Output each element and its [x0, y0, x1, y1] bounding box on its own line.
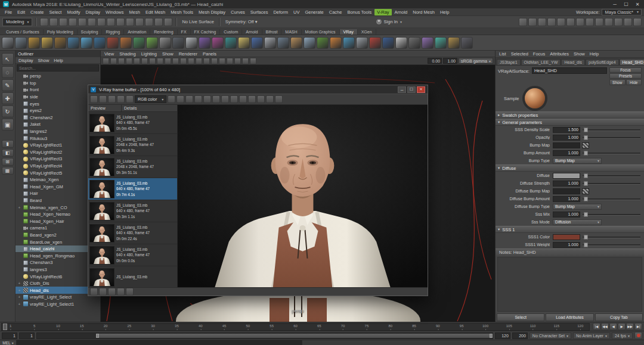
- render-settings-icon[interactable]: [538, 18, 546, 26]
- attr-value-field[interactable]: 1.000: [553, 242, 580, 248]
- alpha-channel-icon[interactable]: [194, 95, 202, 103]
- expander-icon[interactable]: +: [17, 288, 21, 293]
- shelf-item-17-icon[interactable]: [212, 37, 224, 49]
- panel-menu-shading[interactable]: Shading: [119, 51, 136, 57]
- shelf-tab-motion-graphics[interactable]: Motion Graphics: [302, 29, 340, 35]
- close-button[interactable]: ✕: [634, 2, 641, 7]
- rotate-tool-icon[interactable]: ↻: [2, 105, 14, 117]
- camera-attributes-icon[interactable]: [141, 58, 148, 64]
- material-swatch-sphere[interactable]: [525, 88, 545, 108]
- render-history-item[interactable]: JS_Liulang_03.mb640 x 480, frame 470h 0m…: [88, 112, 177, 134]
- step-forward-key-button[interactable]: ▶▶: [626, 323, 634, 330]
- isolate-select-icon[interactable]: [227, 58, 233, 64]
- blue-channel-icon[interactable]: [185, 95, 193, 103]
- attr-dropdown[interactable]: Diffusion▾: [553, 219, 602, 225]
- anim-layer-selector[interactable]: No Anim Layer▾: [573, 332, 610, 339]
- bookmarks-icon[interactable]: [149, 58, 156, 64]
- two-pane-layout-icon[interactable]: ◧: [2, 149, 14, 157]
- shelf-tab-vray[interactable]: VRay: [340, 29, 358, 35]
- view-clamped-colors-icon[interactable]: [230, 95, 238, 103]
- zoom-100-icon[interactable]: [108, 288, 116, 296]
- shelf-item-33-icon[interactable]: [422, 37, 434, 49]
- fps-selector[interactable]: 24 fps▾: [612, 332, 633, 339]
- shelf-tab-fx-caching[interactable]: FX Caching: [191, 29, 221, 35]
- menu-display[interactable]: Display: [83, 9, 103, 15]
- shelf-item-23-icon[interactable]: [290, 37, 302, 49]
- menu-mesh-tools[interactable]: Mesh Tools: [168, 9, 196, 15]
- shelf-tab-bifrost[interactable]: Bifrost: [262, 29, 282, 35]
- search-input[interactable]: [19, 66, 97, 70]
- shelf-item-35-icon[interactable]: [448, 37, 460, 49]
- gate-mask-icon[interactable]: [250, 58, 256, 64]
- attribute-editor-icon[interactable]: [624, 18, 632, 26]
- presets-button[interactable]: Presets: [609, 73, 642, 79]
- render-history-item[interactable]: JS_Liulang_03.mb: [88, 266, 177, 287]
- shelf-item-31-icon[interactable]: [395, 37, 407, 49]
- grid-display-icon[interactable]: [134, 58, 140, 64]
- ae-menu-list[interactable]: List: [499, 51, 506, 57]
- shelf-item-30-icon[interactable]: [382, 37, 394, 49]
- menu-nord-mesh[interactable]: Nord Mesh: [410, 9, 437, 15]
- shelf-item-22-icon[interactable]: [277, 37, 289, 49]
- shelf-item-28-icon[interactable]: [356, 37, 368, 49]
- attr-value-field[interactable]: 1.000: [553, 135, 580, 141]
- auto-key-button[interactable]: [634, 332, 642, 339]
- hide-button[interactable]: Hide: [626, 79, 642, 85]
- attr-value-field[interactable]: 1.000: [553, 181, 580, 187]
- snap-to-projected-center-icon[interactable]: [116, 18, 125, 26]
- shelf-item-32-icon[interactable]: [408, 37, 420, 49]
- panel-menu-panels[interactable]: Panels: [203, 51, 216, 57]
- playback-start-field[interactable]: 1: [19, 332, 35, 339]
- node-name-field[interactable]: Head_SHD: [532, 67, 607, 74]
- shelf-tab-curves-surfaces[interactable]: Curves / Surfaces: [2, 29, 44, 35]
- vray-frame-buffer-window[interactable]: V V-Ray frame buffer - [100% of 640 x 48…: [88, 85, 428, 296]
- load-image-icon[interactable]: [99, 95, 107, 103]
- four-pane-layout-icon[interactable]: ⊞: [2, 158, 14, 166]
- attr-map-field[interactable]: [553, 188, 580, 194]
- symmetry-selector[interactable]: Symmetry: Off ▾: [224, 19, 259, 24]
- render-view-icon[interactable]: [519, 18, 527, 26]
- attr-slider[interactable]: [583, 127, 642, 133]
- wireframe-on-shaded-icon[interactable]: [172, 58, 179, 64]
- select-tool-icon[interactable]: ↖: [2, 53, 14, 65]
- menu-bonus-tools[interactable]: Bonus Tools: [345, 9, 374, 15]
- attr-slider[interactable]: [583, 212, 642, 217]
- attr-dropdown[interactable]: Bump Map▾: [553, 158, 602, 164]
- zoom-in-icon[interactable]: [99, 288, 107, 296]
- section-diffuse[interactable]: ▾Diffuse: [496, 164, 644, 172]
- menu-arnold[interactable]: Arnold: [392, 9, 410, 15]
- shelf-item-21-icon[interactable]: [264, 37, 276, 49]
- shelf-item-14-icon[interactable]: [172, 37, 184, 49]
- command-language-selector[interactable]: MEL▾: [0, 340, 17, 345]
- render-image[interactable]: [178, 105, 428, 287]
- shelf-item-1-icon[interactable]: [2, 37, 14, 49]
- redo-icon[interactable]: [78, 18, 86, 26]
- attr-value-field[interactable]: 1.000: [553, 150, 580, 156]
- graph-editor-icon[interactable]: [576, 18, 584, 26]
- section-swatch-properties[interactable]: ▸Swatch properties: [496, 111, 644, 119]
- shelf-tab-animation[interactable]: Animation: [124, 29, 150, 35]
- color-swatch[interactable]: [553, 173, 580, 179]
- menu-set-selector[interactable]: Modeling▾: [2, 18, 32, 26]
- multisampling-icon[interactable]: [219, 58, 225, 64]
- load-attributes-button[interactable]: Load Attributes: [546, 313, 593, 321]
- ae-tab-head-dis[interactable]: Head_dis: [561, 59, 585, 65]
- save-to-history-icon[interactable]: [117, 95, 125, 103]
- command-input[interactable]: [17, 340, 302, 345]
- save-scene-icon[interactable]: [59, 18, 67, 26]
- panel-menu-view[interactable]: View: [104, 51, 114, 57]
- ae-tab-head-shd[interactable]: Head_SHD: [620, 59, 644, 65]
- motion-blur-icon[interactable]: [211, 58, 218, 64]
- tool-settings-icon[interactable]: [614, 18, 623, 26]
- attr-slider[interactable]: [583, 150, 642, 156]
- render-history-item[interactable]: JS_Liulang_03.mb640 x 480, frame 470h 7m…: [88, 178, 177, 200]
- menu-v-ray[interactable]: V-Ray: [374, 9, 391, 15]
- shelf-item-11-icon[interactable]: [133, 37, 145, 49]
- expander-icon[interactable]: +: [17, 302, 21, 306]
- range-start-handle[interactable]: [96, 334, 99, 338]
- shelf-item-24-icon[interactable]: [304, 37, 315, 49]
- render-history-item[interactable]: JS_Liulang_03.mb640 x 480, frame 470h 0m…: [88, 222, 177, 244]
- attr-slider[interactable]: [583, 234, 642, 240]
- shelf-tab-rendering[interactable]: Rendering: [150, 29, 177, 35]
- attr-map-field[interactable]: [553, 142, 580, 148]
